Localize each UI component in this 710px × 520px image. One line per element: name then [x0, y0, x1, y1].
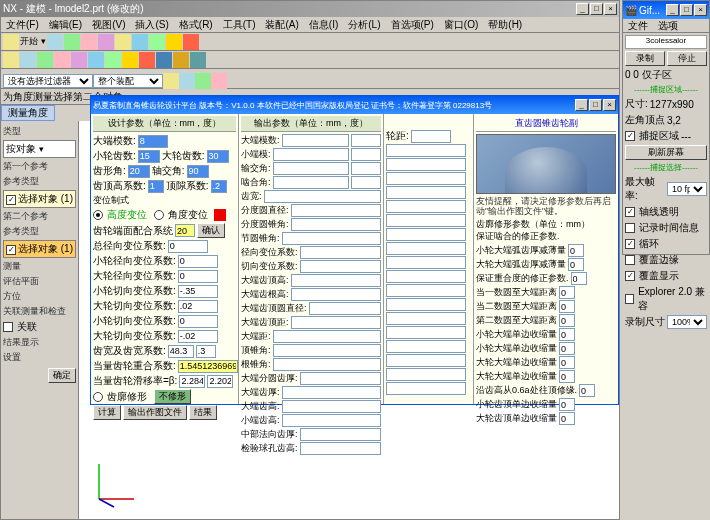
tool-icon[interactable] [105, 52, 121, 68]
gif-menu-file[interactable]: 文件 [625, 19, 651, 33]
param-input[interactable] [178, 315, 218, 328]
output-field[interactable] [386, 172, 466, 185]
big-teeth-input[interactable] [207, 150, 229, 163]
gif-maximize[interactable]: □ [680, 4, 693, 16]
select-object-1[interactable]: ✓选择对象 (1) [3, 190, 76, 208]
axis-angle-input[interactable] [187, 165, 209, 178]
trim-input[interactable] [559, 370, 575, 383]
area-checkbox[interactable]: ✓ [625, 131, 635, 141]
param-input[interactable] [178, 270, 218, 283]
trim-input[interactable] [559, 412, 575, 425]
tool-icon[interactable] [47, 34, 63, 50]
output-field[interactable] [273, 176, 349, 189]
mod-shape-radio[interactable] [93, 392, 103, 402]
menu-assembly[interactable]: 装配(A) [262, 18, 301, 32]
close-button[interactable]: × [604, 3, 617, 15]
output-field[interactable] [386, 144, 466, 157]
output-field[interactable] [282, 232, 381, 245]
tool-icon[interactable] [173, 52, 189, 68]
output-field[interactable] [386, 312, 466, 325]
gif-menu-options[interactable]: 选项 [655, 19, 681, 33]
menu-view[interactable]: 视图(V) [89, 18, 128, 32]
stop-button[interactable]: 停止 [667, 51, 707, 66]
output-field[interactable] [386, 340, 466, 353]
tool-icon[interactable] [3, 52, 19, 68]
minimize-button[interactable]: _ [576, 3, 589, 15]
output-field-2[interactable] [351, 176, 381, 189]
menu-file[interactable]: 文件(F) [3, 18, 42, 32]
tool-icon[interactable] [81, 34, 97, 50]
show-checkbox[interactable]: ✓ [625, 271, 635, 281]
output-field[interactable] [273, 162, 349, 175]
clearance-input[interactable] [211, 180, 227, 193]
tool-icon[interactable] [37, 52, 53, 68]
trim-input[interactable] [559, 300, 575, 313]
tool-icon[interactable] [132, 34, 148, 50]
confirm-button[interactable]: 确认 [197, 223, 225, 238]
menu-insert[interactable]: 插入(S) [132, 18, 171, 32]
loop-checkbox[interactable]: ✓ [625, 239, 635, 249]
output-field[interactable] [300, 442, 381, 455]
gear-maximize[interactable]: □ [589, 99, 602, 111]
output-field[interactable] [282, 400, 381, 413]
trim-input[interactable] [571, 272, 587, 285]
output-field[interactable] [282, 414, 381, 427]
output-field[interactable] [300, 246, 381, 259]
gear-minimize[interactable]: _ [575, 99, 588, 111]
menu-edit[interactable]: 编辑(E) [46, 18, 85, 32]
output-field[interactable] [273, 330, 381, 343]
tool-icon[interactable] [211, 73, 227, 89]
gif-minimize[interactable]: _ [666, 4, 679, 16]
output-field-2[interactable] [351, 162, 381, 175]
tool-icon[interactable] [156, 52, 172, 68]
height-shift-radio[interactable] [93, 210, 103, 220]
tool-icon[interactable] [3, 34, 19, 50]
trim-input[interactable] [559, 342, 575, 355]
output-field[interactable] [291, 274, 381, 287]
output-field[interactable] [273, 344, 381, 357]
trim-input[interactable] [568, 244, 584, 257]
output-field[interactable] [291, 204, 381, 217]
gear-close[interactable]: × [603, 99, 616, 111]
param-input[interactable] [178, 300, 218, 313]
output-field[interactable] [386, 214, 466, 227]
tooth-form-input[interactable] [128, 165, 150, 178]
trim-input[interactable] [559, 286, 575, 299]
assoc-checkbox[interactable] [3, 322, 13, 332]
output-field[interactable] [411, 130, 451, 143]
addendum-input[interactable] [148, 180, 164, 193]
output-field[interactable] [264, 190, 381, 203]
output-field-2[interactable] [351, 148, 381, 161]
tool-icon[interactable] [88, 52, 104, 68]
quality-select[interactable]: 100% [667, 315, 707, 329]
big-mod-input[interactable] [138, 135, 168, 148]
output-field[interactable] [386, 186, 466, 199]
output-field[interactable] [282, 386, 381, 399]
face-ratio-input[interactable] [175, 224, 195, 237]
param-input[interactable] [207, 375, 233, 388]
output-field[interactable] [386, 354, 466, 367]
output-field[interactable] [386, 270, 466, 283]
output-field[interactable] [386, 326, 466, 339]
fps-select[interactable]: 10 fps [667, 182, 707, 196]
type-item[interactable]: 按对象 ▾ [3, 140, 76, 158]
output-field[interactable] [300, 372, 381, 385]
menu-analysis[interactable]: 分析(L) [345, 18, 383, 32]
trim-input[interactable] [559, 356, 575, 369]
refresh-button[interactable]: 刷新屏幕 [625, 145, 707, 160]
angle-shift-radio[interactable] [154, 210, 164, 220]
output-field[interactable] [386, 284, 466, 297]
record-button[interactable]: 录制 [625, 51, 665, 66]
filter-select[interactable]: 没有选择过滤器 [3, 74, 93, 88]
param-input[interactable] [179, 375, 205, 388]
tool-icon[interactable] [71, 52, 87, 68]
output-field[interactable] [273, 148, 349, 161]
param-input[interactable] [178, 285, 218, 298]
ok-button[interactable]: 确定 [48, 368, 76, 383]
param-input[interactable] [168, 345, 194, 358]
output-field[interactable] [386, 382, 466, 395]
tool-icon[interactable] [166, 34, 182, 50]
tool-icon[interactable] [122, 52, 138, 68]
result-button[interactable]: 结果 [189, 405, 217, 420]
tool-icon[interactable] [149, 34, 165, 50]
